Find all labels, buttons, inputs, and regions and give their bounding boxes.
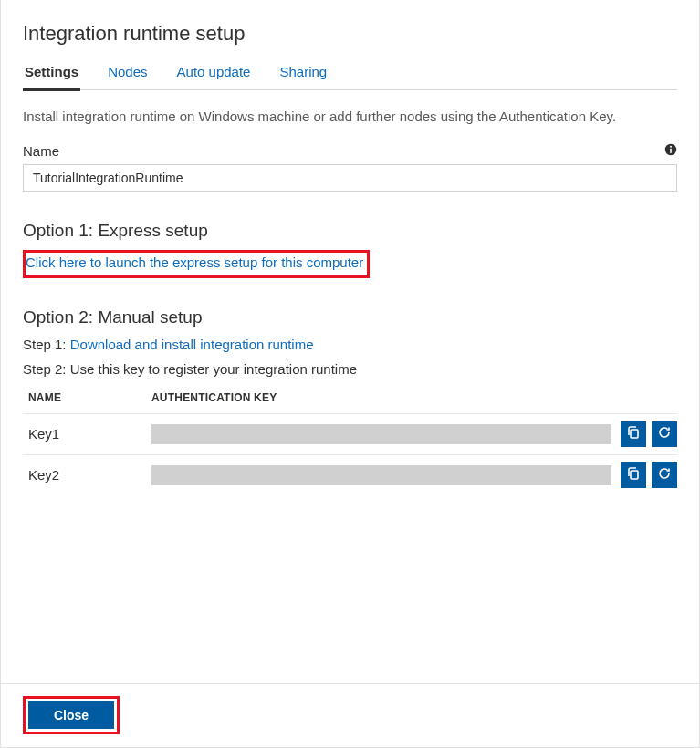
name-label: Name xyxy=(23,143,59,159)
refresh-key-button[interactable] xyxy=(652,462,677,488)
key-name: Key2 xyxy=(28,467,151,483)
refresh-icon xyxy=(657,425,672,443)
name-input[interactable] xyxy=(23,164,677,192)
refresh-icon xyxy=(657,466,672,484)
tab-sharing[interactable]: Sharing xyxy=(277,58,329,89)
svg-rect-3 xyxy=(631,430,638,438)
key-table-header: NAME AUTHENTICATION KEY xyxy=(23,391,677,413)
auth-key-value[interactable] xyxy=(151,465,611,485)
install-description: Install integration runtime on Windows m… xyxy=(23,107,677,127)
copy-key-button[interactable] xyxy=(621,462,646,488)
key-actions xyxy=(611,462,677,488)
close-button-highlight: Close xyxy=(23,696,120,734)
copy-key-button[interactable] xyxy=(621,421,646,447)
express-setup-link[interactable]: Click here to launch the express setup f… xyxy=(26,255,363,270)
refresh-key-button[interactable] xyxy=(652,421,677,447)
main-panel: Integration runtime setup Settings Nodes… xyxy=(1,0,699,683)
table-row: Key1 xyxy=(23,413,677,454)
col-header-auth: AUTHENTICATION KEY xyxy=(151,391,672,404)
auth-key-value[interactable] xyxy=(151,424,611,444)
footer: Close xyxy=(1,683,699,747)
close-button[interactable]: Close xyxy=(28,701,114,729)
info-icon[interactable] xyxy=(664,143,677,158)
col-header-name: NAME xyxy=(28,391,151,404)
tab-nodes[interactable]: Nodes xyxy=(106,58,149,89)
option2-heading: Option 2: Manual setup xyxy=(23,307,677,327)
table-row: Key2 xyxy=(23,454,677,495)
key-name: Key1 xyxy=(28,426,151,442)
copy-icon xyxy=(626,425,641,443)
name-label-row: Name xyxy=(23,143,677,159)
copy-icon xyxy=(626,466,641,484)
download-runtime-link[interactable]: Download and install integration runtime xyxy=(70,337,314,352)
svg-rect-4 xyxy=(631,471,638,479)
page-title: Integration runtime setup xyxy=(23,22,677,46)
tab-settings[interactable]: Settings xyxy=(23,58,80,91)
option1-heading: Option 1: Express setup xyxy=(23,221,677,241)
key-actions xyxy=(611,421,677,447)
tab-bar: Settings Nodes Auto update Sharing xyxy=(23,58,677,90)
express-setup-highlight: Click here to launch the express setup f… xyxy=(23,250,370,278)
step1-prefix: Step 1: xyxy=(23,337,70,352)
step1-line: Step 1: Download and install integration… xyxy=(23,337,677,352)
step2-line: Step 2: Use this key to register your in… xyxy=(23,361,677,377)
key-table: NAME AUTHENTICATION KEY Key1 Key2 xyxy=(23,391,677,495)
svg-point-2 xyxy=(670,146,672,148)
tab-auto-update[interactable]: Auto update xyxy=(175,58,253,89)
svg-rect-1 xyxy=(670,149,672,153)
